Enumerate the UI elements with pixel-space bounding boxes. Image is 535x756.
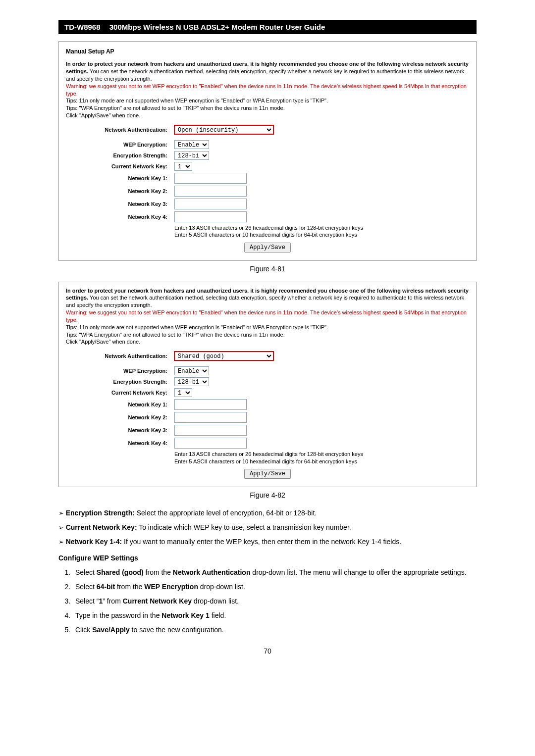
panel1-blurb-rest: You can set the network authentication m…	[66, 68, 464, 82]
manual-setup-panel-2: In order to protect your network from ha…	[58, 282, 477, 487]
network-key-3-input-1[interactable]	[174, 199, 247, 209]
label-k3-1: Network Key 3:	[66, 201, 167, 208]
network-key-4-input-1[interactable]	[174, 211, 247, 222]
label-curkey-2: Current Network Key:	[66, 389, 167, 397]
network-key-1-input-2[interactable]	[174, 399, 247, 410]
step-2: Select 64-bit from the WEP Encryption dr…	[72, 582, 477, 592]
panel1-tips2: Tips: "WPA Encryption" are not allowed t…	[66, 104, 469, 112]
label-wepenc-1: WEP Encryption:	[66, 141, 167, 149]
network-key-2-input-2[interactable]	[174, 412, 247, 423]
bullet-encryption-strength: Encryption Strength: Select the appropri…	[58, 508, 477, 518]
apply-save-button-2[interactable]: Apply/Save	[244, 469, 291, 479]
label-k4-2: Network Key 4:	[66, 440, 167, 447]
page-number: 70	[58, 647, 477, 655]
panel2-tips1: Tips: 11n only mode are not supported wh…	[66, 324, 469, 331]
label-wepenc-2: WEP Encryption:	[66, 367, 167, 375]
bullet-network-key-1-4: Network Key 1-4: If you want to manually…	[58, 537, 477, 547]
label-curkey-1: Current Network Key:	[66, 163, 167, 170]
network-key-4-input-2[interactable]	[174, 438, 247, 449]
apply-save-button-1[interactable]: Apply/Save	[244, 243, 291, 252]
label-encstr-1: Encryption Strength:	[66, 152, 167, 159]
panel1-hint1: Enter 13 ASCII characters or 26 hexadeci…	[174, 224, 469, 231]
panel1-tips3: Click "Apply/Save" when done.	[66, 112, 469, 119]
network-key-1-input-1[interactable]	[174, 173, 247, 184]
panel2-hint2: Enter 5 ASCII characters or 10 hexadecim…	[174, 458, 469, 465]
label-k3-2: Network Key 3:	[66, 427, 167, 434]
configure-wep-heading: Configure WEP Settings	[58, 553, 477, 563]
network-authentication-select-1[interactable]: Open (insecurity)	[174, 125, 273, 134]
panel1-title: Manual Setup AP	[66, 48, 469, 55]
network-authentication-select-2[interactable]: Shared (good)	[174, 352, 273, 360]
figure-caption-2: Figure 4-82	[58, 491, 477, 499]
step-5: Click Save/Apply to save the new configu…	[72, 625, 477, 635]
panel2-blurb: In order to protect your network from ha…	[66, 287, 469, 309]
bullet-current-network-key: Current Network Key: To indicate which W…	[58, 522, 477, 533]
label-netauth-2: Network Authentication:	[66, 353, 167, 360]
model-number: TD-W8968	[64, 23, 101, 31]
header-bar: TD-W8968 300Mbps Wireless N USB ADSL2+ M…	[58, 20, 477, 34]
header-title: 300Mbps Wireless N USB ADSL2+ Modem Rout…	[109, 23, 325, 31]
figure-caption-1: Figure 4-81	[58, 265, 477, 273]
wep-encryption-select-2[interactable]: Enabled	[174, 366, 209, 375]
network-key-3-input-2[interactable]	[174, 425, 247, 436]
label-k1-2: Network Key 1:	[66, 401, 167, 408]
network-key-2-input-1[interactable]	[174, 186, 247, 197]
label-k2-2: Network Key 2:	[66, 414, 167, 421]
panel2-hint1: Enter 13 ASCII characters or 26 hexadeci…	[174, 451, 469, 457]
panel2-warning: Warning: we suggest you not to set WEP e…	[66, 309, 469, 324]
panel2-tips3: Click "Apply/Save" when done.	[66, 338, 469, 346]
label-netauth-1: Network Authentication:	[66, 126, 167, 134]
panel2-blurb-rest: You can set the network authentication m…	[66, 295, 464, 308]
panel1-hint2: Enter 5 ASCII characters or 10 hexadecim…	[174, 231, 469, 238]
label-encstr-2: Encryption Strength:	[66, 378, 167, 386]
current-network-key-select-1[interactable]: 1	[174, 162, 192, 171]
label-k4-1: Network Key 4:	[66, 213, 167, 221]
encryption-strength-select-1[interactable]: 128-bit	[174, 151, 209, 160]
wep-encryption-select-1[interactable]: Enabled	[174, 140, 209, 149]
step-4: Type in the password in the Network Key …	[72, 610, 477, 621]
encryption-strength-select-2[interactable]: 128-bit	[174, 377, 209, 386]
steps-list: Select Shared (good) from the Network Au…	[63, 567, 477, 635]
manual-setup-panel-1: Manual Setup AP In order to protect your…	[58, 41, 477, 261]
label-k1-1: Network Key 1:	[66, 175, 167, 182]
bullet-list: Encryption Strength: Select the appropri…	[58, 508, 477, 547]
current-network-key-select-2[interactable]: 1	[174, 388, 192, 397]
panel1-warning: Warning: we suggest you not to set WEP e…	[66, 83, 469, 98]
panel1-blurb: In order to protect your network from ha…	[66, 60, 469, 83]
step-3: Select “1” from Current Network Key drop…	[72, 596, 477, 606]
step-1: Select Shared (good) from the Network Au…	[72, 567, 477, 578]
panel2-tips2: Tips: "WPA Encryption" are not allowed t…	[66, 331, 469, 339]
panel1-tips1: Tips: 11n only mode are not supported wh…	[66, 97, 469, 104]
label-k2-1: Network Key 2:	[66, 188, 167, 195]
